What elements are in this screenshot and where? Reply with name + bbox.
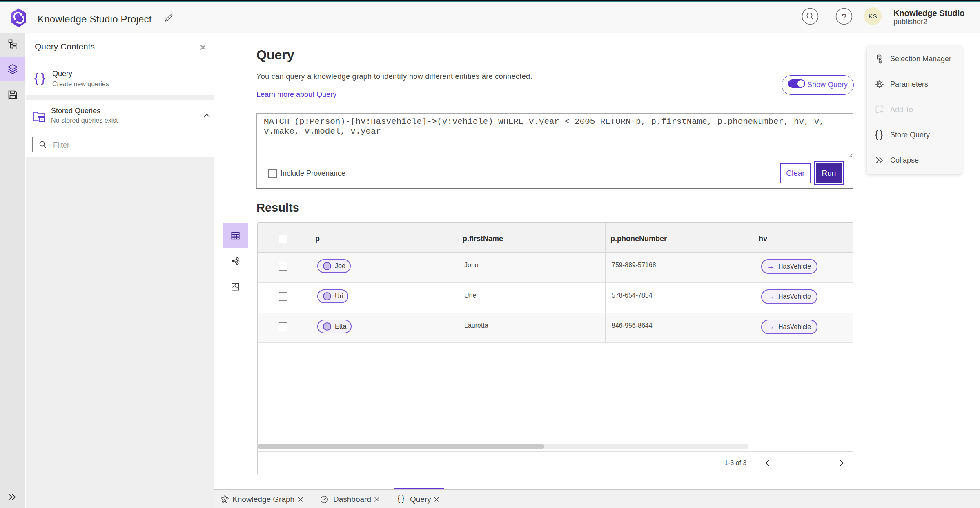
svg-text:?: ? <box>842 12 846 21</box>
